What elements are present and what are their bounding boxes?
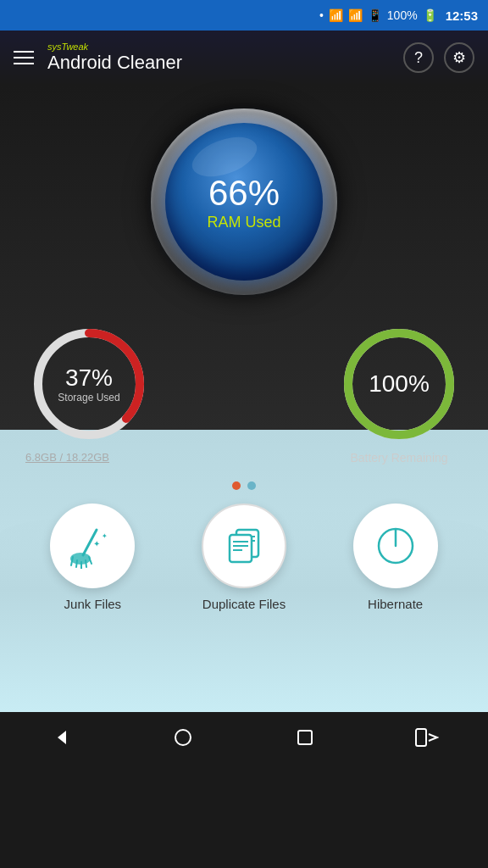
ram-percent: 66% — [208, 173, 280, 214]
sim-icon: 📱 — [368, 8, 382, 22]
svg-rect-17 — [230, 535, 252, 562]
storage-donut: 37% Storage Used — [25, 320, 152, 448]
ram-circle-outer: 66% RAM Used — [151, 108, 337, 295]
svg-marker-23 — [58, 731, 66, 744]
svg-text:✦: ✦ — [93, 539, 100, 548]
junk-files-action[interactable]: ✦ ✦ Junk Files — [50, 504, 135, 611]
storage-text: 37% Storage Used — [58, 364, 119, 403]
svg-line-10 — [89, 557, 92, 564]
battery-text: 100% — [369, 370, 430, 398]
shortcut-nav-icon[interactable] — [408, 719, 446, 756]
settings-button[interactable]: ⚙ — [444, 42, 474, 73]
junk-files-label: Junk Files — [64, 597, 122, 611]
page-dot-2 — [247, 481, 256, 490]
ram-circle-inner: 66% RAM Used — [165, 123, 323, 281]
app-brand: sysTweak — [47, 42, 390, 52]
duplicate-files-action[interactable]: Duplicate Files — [202, 504, 286, 611]
storage-container: 37% Storage Used 6.8GB / 18.22GB — [25, 320, 152, 464]
svg-point-24 — [175, 730, 191, 745]
brand-sys: sys — [47, 42, 62, 52]
app-title: Android Cleaner — [47, 52, 390, 74]
duplicate-files-label: Duplicate Files — [202, 597, 286, 611]
storage-detail: 6.8GB / 18.22GB — [25, 451, 109, 464]
nav-bar — [0, 712, 488, 763]
svg-line-7 — [76, 560, 77, 567]
status-bar: • 📶 📶 📱 100% 🔋 12:53 — [0, 0, 488, 31]
hibernate-circle — [353, 504, 438, 588]
storage-percent: 37% — [58, 364, 119, 392]
battery-container: 100% Battery Remaining — [336, 320, 463, 465]
svg-text:✦: ✦ — [102, 532, 108, 540]
back-nav-icon[interactable] — [42, 719, 80, 756]
junk-files-circle: ✦ ✦ — [50, 504, 135, 588]
storage-label: Storage Used — [58, 392, 119, 403]
svg-line-9 — [86, 560, 86, 567]
brand-tweak: Tweak — [62, 42, 89, 52]
svg-rect-26 — [416, 729, 426, 746]
svg-rect-25 — [298, 731, 312, 744]
battery-status: 100% — [387, 8, 418, 22]
top-actions: ? ⚙ — [403, 42, 474, 73]
battery-label: Battery Remaining — [350, 451, 447, 465]
top-bar: sysTweak Android Cleaner ? ⚙ — [0, 31, 488, 85]
battery-percent: 100% — [369, 370, 430, 398]
home-nav-icon[interactable] — [164, 719, 202, 756]
page-dots — [232, 481, 256, 490]
status-time: 12:53 — [446, 8, 478, 23]
ram-label: RAM Used — [207, 214, 280, 231]
duplicate-files-circle — [202, 504, 286, 588]
broom-icon: ✦ ✦ — [69, 523, 115, 569]
hamburger-menu-icon[interactable] — [14, 51, 34, 64]
hibernate-icon — [373, 523, 419, 569]
help-button[interactable]: ? — [403, 42, 434, 73]
battery-donut: 100% — [336, 320, 463, 448]
stats-row: 37% Storage Used 6.8GB / 18.22GB 100% Ba… — [0, 320, 488, 465]
recents-nav-icon[interactable] — [286, 719, 324, 756]
hibernate-action[interactable]: Hibernate — [353, 504, 438, 611]
duplicate-icon — [221, 523, 267, 569]
battery-icon: 🔋 — [423, 8, 437, 22]
main-content: 66% RAM Used 37% Storage Used 6.8GB / 18… — [0, 85, 488, 712]
bluetooth-icon: • — [319, 8, 324, 22]
page-dot-1 — [232, 481, 241, 490]
app-title-container: sysTweak Android Cleaner — [47, 42, 390, 74]
hibernate-label: Hibernate — [368, 597, 423, 611]
signal-icon: 📶 — [329, 8, 343, 22]
ram-circle-container: 66% RAM Used — [151, 108, 337, 295]
wifi-icon: 📶 — [348, 8, 363, 22]
action-buttons: ✦ ✦ Junk Files — [0, 504, 488, 611]
